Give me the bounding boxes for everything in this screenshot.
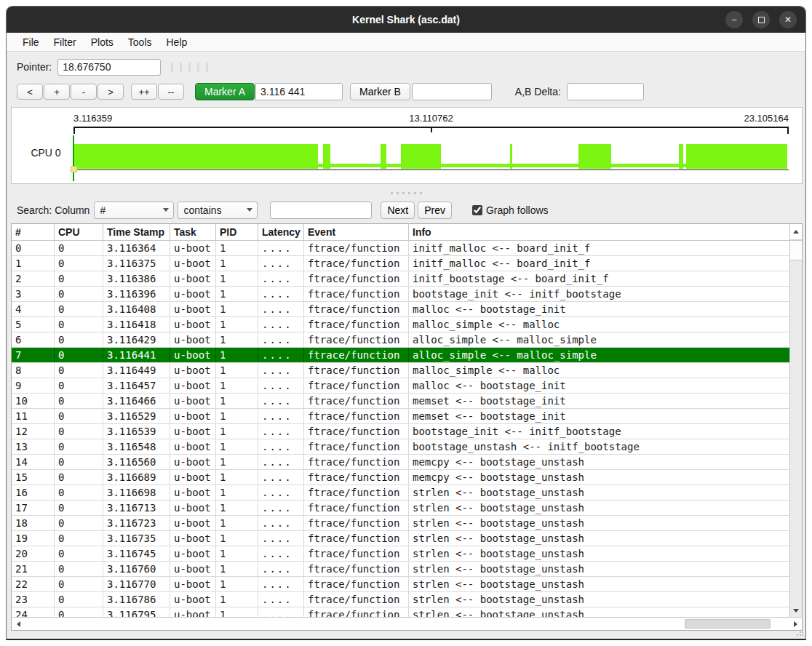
table-cell[interactable]: 3.116539 (103, 424, 170, 439)
table-cell[interactable]: memcpy <-- bootstage_unstash (409, 470, 789, 484)
splitter-handle[interactable] (7, 192, 805, 194)
table-cell[interactable]: ftrace/function (304, 378, 409, 393)
table-cell[interactable]: ftrace/function (304, 439, 409, 454)
table-cell[interactable]: 1 (216, 317, 258, 332)
table-cell[interactable]: .... (258, 607, 304, 617)
cpu0-bar[interactable] (73, 144, 789, 169)
table-cell[interactable]: memcpy <-- bootstage_unstash (409, 455, 789, 469)
table-cell[interactable]: .... (258, 302, 304, 316)
table-row[interactable]: 1403.116560u-boot1....ftrace/functionmem… (12, 455, 789, 470)
search-input[interactable] (270, 202, 372, 219)
table-row[interactable]: 1103.116529u-boot1....ftrace/functionmem… (12, 409, 789, 424)
table-cell[interactable]: 24 (12, 607, 55, 617)
table-row[interactable]: 803.116449u-boot1....ftrace/functionmall… (12, 363, 789, 378)
scroll-left-button[interactable] (13, 619, 23, 629)
table-cell[interactable]: ftrace/function (304, 607, 409, 617)
table-cell[interactable]: u-boot (170, 287, 216, 301)
table-cell[interactable]: u-boot (170, 271, 216, 286)
table-row[interactable]: 2203.116770u-boot1....ftrace/functionstr… (12, 577, 789, 592)
table-row[interactable]: 103.116375u-boot1....ftrace/functioninit… (12, 256, 789, 271)
table-cell[interactable]: 0 (55, 546, 103, 561)
table-cell[interactable]: 3.116560 (103, 455, 170, 469)
table-cell[interactable]: 1 (216, 607, 258, 617)
table-cell[interactable]: 3.116735 (103, 531, 170, 546)
column-header-timestamp[interactable]: Time Stamp (103, 224, 170, 240)
table-cell[interactable]: strlen <-- bootstage_unstash (409, 562, 789, 576)
table-cell[interactable]: ftrace/function (304, 577, 409, 591)
table-cell[interactable]: u-boot (170, 363, 216, 378)
table-cell[interactable]: 9 (12, 378, 55, 393)
marker-a-handle[interactable] (71, 166, 77, 172)
table-cell[interactable]: 3.116745 (103, 546, 170, 561)
table-cell[interactable]: 1 (216, 577, 258, 591)
ab-delta-field[interactable] (567, 83, 644, 100)
table-cell[interactable]: 3.116418 (103, 317, 170, 332)
table-cell[interactable]: 0 (55, 501, 103, 515)
table-cell[interactable]: 0 (55, 607, 103, 617)
timeline-panel[interactable]: 3.116359 13.110762 23.105164 CPU 0 (11, 107, 803, 184)
table-cell[interactable]: 3.116441 (103, 348, 170, 362)
table-cell[interactable]: 0 (12, 241, 55, 255)
table-cell[interactable]: 0 (55, 409, 103, 423)
table-cell[interactable]: 3 (12, 287, 55, 301)
search-operator-select[interactable]: contains (178, 202, 258, 219)
table-cell[interactable]: 21 (12, 562, 55, 576)
table-cell[interactable]: u-boot (170, 470, 216, 484)
pointer-field[interactable] (57, 59, 161, 76)
table-cell[interactable]: .... (258, 424, 304, 439)
table-cell[interactable]: 1 (216, 501, 258, 515)
table-cell[interactable]: 1 (216, 241, 258, 255)
table-cell[interactable]: u-boot (170, 546, 216, 561)
table-cell[interactable]: .... (258, 394, 304, 408)
table-cell[interactable]: 0 (55, 241, 103, 255)
table-cell[interactable]: u-boot (170, 348, 216, 362)
table-cell[interactable]: 1 (216, 378, 258, 393)
title-bar[interactable]: Kernel Shark (asc.dat) – ✕ (7, 7, 805, 33)
table-cell[interactable]: u-boot (170, 332, 216, 347)
scroll-up-button[interactable] (790, 224, 802, 240)
table-cell[interactable]: 1 (216, 409, 258, 423)
table-cell[interactable]: initf_malloc <-- board_init_f (409, 241, 789, 255)
table-cell[interactable]: u-boot (170, 424, 216, 439)
table-cell[interactable]: 23 (12, 592, 55, 607)
table-cell[interactable]: 1 (216, 455, 258, 469)
table-cell[interactable]: u-boot (170, 317, 216, 332)
table-cell[interactable]: 1 (216, 424, 258, 439)
cpu-activity-segment[interactable] (679, 144, 684, 169)
table-cell[interactable]: bootstage_init <-- initf_bootstage (409, 287, 789, 301)
table-cell[interactable]: ftrace/function (304, 348, 409, 362)
table-cell[interactable]: .... (258, 256, 304, 271)
table-row[interactable]: 1903.116735u-boot1....ftrace/functionstr… (12, 531, 789, 546)
column-header-event[interactable]: Event (304, 224, 409, 240)
table-cell[interactable]: 3.116449 (103, 363, 170, 378)
column-header-cpu[interactable]: CPU (55, 224, 103, 240)
table-cell[interactable]: strlen <-- bootstage_unstash (409, 485, 789, 500)
table-cell[interactable]: 3.116689 (103, 470, 170, 484)
table-cell[interactable]: u-boot (170, 592, 216, 607)
table-cell[interactable]: .... (258, 516, 304, 530)
table-cell[interactable]: 0 (55, 470, 103, 484)
table-cell[interactable]: .... (258, 439, 304, 454)
table-cell[interactable]: 1 (216, 332, 258, 347)
table-cell[interactable]: .... (258, 348, 304, 362)
table-cell[interactable]: strlen <-- bootstage_unstash (409, 501, 789, 515)
table-row[interactable]: 1203.116539u-boot1....ftrace/functionboo… (12, 424, 789, 439)
table-cell[interactable]: 1 (216, 592, 258, 607)
table-cell[interactable]: u-boot (170, 562, 216, 576)
table-cell[interactable]: .... (258, 546, 304, 561)
table-cell[interactable]: malloc <-- bootstage_init (409, 302, 789, 316)
table-row[interactable]: 703.116441u-boot1....ftrace/functionallo… (12, 348, 789, 363)
table-cell[interactable]: ftrace/function (304, 394, 409, 408)
table-cell[interactable]: ftrace/function (304, 256, 409, 271)
table-cell[interactable]: strlen <-- bootstage_unstash (409, 577, 789, 591)
table-cell[interactable]: 7 (12, 348, 55, 362)
table-cell[interactable]: 1 (216, 256, 258, 271)
table-cell[interactable]: memset <-- bootstage_init (409, 394, 789, 408)
table-cell[interactable]: 1 (216, 363, 258, 378)
table-cell[interactable]: 0 (55, 302, 103, 316)
table-cell[interactable]: 0 (55, 455, 103, 469)
table-cell[interactable]: 14 (12, 455, 55, 469)
cpu-activity-segment[interactable] (401, 144, 441, 169)
table-cell[interactable]: malloc_simple <-- malloc (409, 317, 789, 332)
table-cell[interactable]: 1 (216, 287, 258, 301)
